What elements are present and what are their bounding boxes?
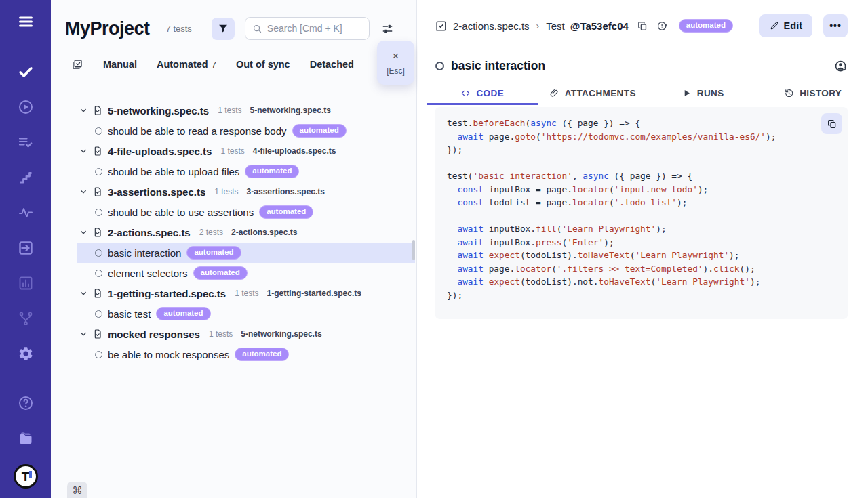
test-status-icon — [95, 310, 102, 318]
test-row-basic-interaction[interactable]: basic interactionautomated — [77, 243, 415, 263]
code-line: await page.locator('.filters >> text=Com… — [447, 262, 836, 276]
automated-badge: automated — [292, 124, 347, 138]
spec-file-icon — [92, 329, 103, 339]
view-settings-icon[interactable] — [381, 22, 394, 35]
code-content[interactable]: test.beforeEach(async ({ page }) => { aw… — [447, 117, 836, 302]
code-line — [447, 209, 836, 223]
test-title: element selectors — [108, 268, 188, 279]
spec-file-row-1-getting-started-spec-ts[interactable]: 1-getting-started.spec.ts1 tests1-gettin… — [51, 283, 415, 304]
chevron-down-icon[interactable] — [79, 228, 87, 236]
history-icon — [784, 88, 794, 98]
filter-tab-out-of-sync[interactable]: Out of sync — [236, 59, 290, 70]
import-icon[interactable] — [16, 238, 35, 257]
spec-file-name: 5-networking.spec.ts — [108, 105, 209, 117]
filter-button[interactable] — [212, 18, 235, 40]
spec-test-count: 2 tests — [199, 228, 223, 237]
test-status-icon — [95, 127, 102, 135]
test-row-basic-test[interactable]: basic testautomated — [77, 304, 415, 324]
play-circle-icon[interactable] — [16, 98, 35, 117]
tab-code[interactable]: CODE — [427, 83, 538, 105]
spec-file-row-3-assertions-spec-ts[interactable]: 3-assertions.spec.ts1 tests3-assertions.… — [51, 182, 415, 202]
code-line: await inputBox.press('Enter'); — [447, 236, 836, 249]
sync-status-icon[interactable] — [656, 20, 668, 32]
select-all-icon[interactable] — [71, 58, 83, 70]
spec-file-icon — [92, 227, 103, 238]
tab-runs[interactable]: RUNS — [648, 83, 758, 105]
filter-tab-label: Manual — [103, 59, 137, 70]
spec-file-icon — [92, 146, 103, 157]
search-icon — [252, 24, 262, 34]
analytics-icon[interactable] — [16, 274, 35, 293]
filter-tab-detached[interactable]: Detached — [310, 59, 354, 70]
more-button[interactable]: ••• — [823, 14, 848, 37]
search-input[interactable] — [267, 23, 362, 34]
test-status-icon — [95, 249, 102, 257]
test-row-element-selectors[interactable]: element selectorsautomated — [77, 263, 415, 283]
tests-nav-check-icon[interactable] — [16, 62, 35, 81]
spec-file-name: mocked responses — [108, 329, 200, 340]
copy-icon — [827, 119, 837, 129]
branch-icon[interactable] — [16, 309, 35, 328]
test-row-should-be-able-to-upload-files[interactable]: should be able to upload filesautomated — [77, 161, 415, 182]
spec-file-row-4-file-uploads-spec-ts[interactable]: 4-file-uploads.spec.ts1 tests4-file-uplo… — [51, 141, 415, 161]
list-check-icon[interactable] — [16, 133, 35, 152]
spec-file-path: 5-networking.spec.ts — [241, 329, 321, 339]
spec-file-path: 5-networking.spec.ts — [250, 106, 331, 115]
chevron-down-icon[interactable] — [79, 106, 87, 115]
scrollbar-thumb[interactable] — [412, 240, 415, 260]
code-line: await expect(todoList).toHaveText('Learn… — [447, 249, 836, 262]
spec-file-row-mocked-responses[interactable]: mocked responses1 tests5-networking.spec… — [51, 324, 415, 344]
code-line: const inputBox = page.locator('input.new… — [447, 183, 836, 196]
app-logo[interactable]: T — [14, 464, 38, 489]
automated-badge: automated — [259, 205, 313, 220]
breadcrumb-file[interactable]: 2-actions.spec.ts — [453, 20, 530, 32]
filter-tab-label: Automated — [157, 59, 208, 70]
menu-icon[interactable] — [16, 12, 35, 31]
test-title: basic test — [108, 308, 151, 320]
chevron-down-icon[interactable] — [79, 289, 87, 297]
chevron-down-icon[interactable] — [79, 147, 87, 155]
funnel-icon — [218, 23, 229, 34]
edit-button[interactable]: Edit — [760, 14, 812, 37]
assignee-icon[interactable] — [834, 60, 848, 73]
test-title-row: basic interaction — [418, 47, 868, 73]
tests-count: 7 tests — [166, 24, 192, 34]
test-row-should-be-able-to-read-a-response-body[interactable]: should be able to read a response bodyau… — [77, 121, 415, 141]
spec-file-row-2-actions-spec-ts[interactable]: 2-actions.spec.ts2 tests2-actions.spec.t… — [51, 222, 415, 243]
test-id: @Ta53efc04 — [570, 20, 629, 32]
cmd-key-badge: ⌘ — [67, 482, 87, 498]
test-status-icon — [435, 62, 444, 70]
test-status-icon — [95, 351, 102, 358]
copy-id-icon[interactable] — [637, 20, 648, 32]
pulse-icon[interactable] — [16, 203, 35, 222]
code-line: test('basic interaction', async ({ page … — [447, 169, 836, 183]
test-title: should be able to use assertions — [108, 207, 254, 218]
test-title: be able to mock responses — [108, 349, 229, 360]
tab-attachments[interactable]: ATTACHMENTS — [538, 83, 648, 105]
project-title: MyProject — [65, 18, 150, 39]
spec-file-name: 1-getting-started.spec.ts — [108, 288, 226, 299]
help-icon[interactable] — [16, 394, 35, 413]
filter-tab-automated[interactable]: Automated7 — [157, 59, 216, 70]
tab-history[interactable]: HISTORY — [758, 83, 868, 105]
copy-code-button[interactable] — [821, 113, 842, 134]
spec-file-path: 3-assertions.spec.ts — [247, 187, 325, 196]
steps-icon[interactable] — [16, 168, 35, 187]
close-icon[interactable]: × — [393, 50, 399, 62]
spec-file-row-5-networking-spec-ts[interactable]: 5-networking.spec.ts1 tests5-networking.… — [51, 100, 415, 121]
tab-label: CODE — [476, 88, 504, 98]
breadcrumb-type: Test — [546, 20, 565, 32]
filter-tab-manual[interactable]: Manual — [103, 59, 137, 70]
settings-gear-icon[interactable] — [16, 344, 35, 363]
folder-icon[interactable] — [16, 429, 35, 448]
chevron-down-icon[interactable] — [79, 188, 87, 196]
chevron-down-icon[interactable] — [79, 330, 87, 338]
test-title: basic interaction — [108, 247, 181, 259]
app-sidebar: T — [0, 0, 51, 498]
test-detail-panel: 2-actions.spec.ts › Test @Ta53efc04 auto… — [418, 0, 868, 498]
spec-file-path: 4-file-uploads.spec.ts — [253, 146, 336, 156]
search-box[interactable] — [245, 17, 370, 40]
test-row-be-able-to-mock-responses[interactable]: be able to mock responsesautomated — [77, 344, 415, 365]
test-row-should-be-able-to-use-assertions[interactable]: should be able to use assertionsautomate… — [77, 202, 415, 222]
spec-test-count: 1 tests — [235, 289, 258, 298]
